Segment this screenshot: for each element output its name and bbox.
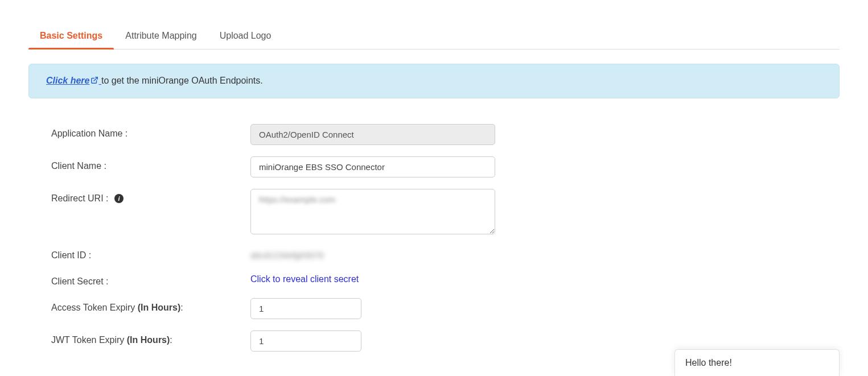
row-client-id: Client ID : abcd1234efgh5678 bbox=[28, 246, 840, 261]
chat-widget[interactable]: Hello there! bbox=[674, 349, 840, 363]
info-icon[interactable]: i bbox=[114, 194, 124, 203]
tab-basic-settings[interactable]: Basic Settings bbox=[28, 23, 114, 49]
row-client-secret: Client Secret : Click to reveal client s… bbox=[28, 272, 840, 287]
svg-line-0 bbox=[94, 77, 97, 81]
click-here-text: Click here bbox=[46, 76, 89, 85]
label-access-token-expiry: Access Token Expiry (In Hours): bbox=[51, 298, 250, 313]
row-jwt-token-expiry: JWT Token Expiry (In Hours): bbox=[28, 330, 840, 352]
row-redirect-uri: Redirect URI : i <span class="blurred-te… bbox=[28, 189, 840, 234]
external-link-icon bbox=[90, 76, 98, 86]
row-client-name: Client Name : bbox=[28, 156, 840, 177]
input-application-name bbox=[250, 124, 495, 145]
reveal-client-secret-link[interactable]: Click to reveal client secret bbox=[250, 272, 359, 284]
label-client-id: Client ID : bbox=[51, 246, 250, 261]
input-client-name[interactable] bbox=[250, 156, 495, 177]
chat-greeting: Hello there! bbox=[685, 358, 732, 363]
label-client-name: Client Name : bbox=[51, 156, 250, 171]
row-application-name: Application Name : bbox=[28, 124, 840, 145]
label-redirect-uri: Redirect URI : i bbox=[51, 189, 250, 204]
click-here-link[interactable]: Click here bbox=[46, 76, 101, 85]
input-access-token-expiry[interactable] bbox=[250, 298, 361, 319]
textarea-redirect-uri[interactable]: <span class="blurred-text-ta"></span> bbox=[250, 189, 495, 234]
label-application-name: Application Name : bbox=[51, 124, 250, 139]
row-access-token-expiry: Access Token Expiry (In Hours): bbox=[28, 298, 840, 319]
label-client-secret: Client Secret : bbox=[51, 272, 250, 287]
input-jwt-token-expiry[interactable] bbox=[250, 330, 361, 352]
banner-rest-text: to get the miniOrange OAuth Endpoints. bbox=[101, 76, 263, 85]
tab-upload-logo[interactable]: Upload Logo bbox=[208, 23, 283, 49]
value-client-id: abcd1234efgh5678 bbox=[250, 246, 323, 260]
tabs-bar: Basic Settings Attribute Mapping Upload … bbox=[28, 23, 840, 49]
endpoints-info-banner: Click here to get the miniOrange OAuth E… bbox=[28, 64, 840, 98]
label-jwt-token-expiry: JWT Token Expiry (In Hours): bbox=[51, 330, 250, 345]
tab-attribute-mapping[interactable]: Attribute Mapping bbox=[114, 23, 208, 49]
